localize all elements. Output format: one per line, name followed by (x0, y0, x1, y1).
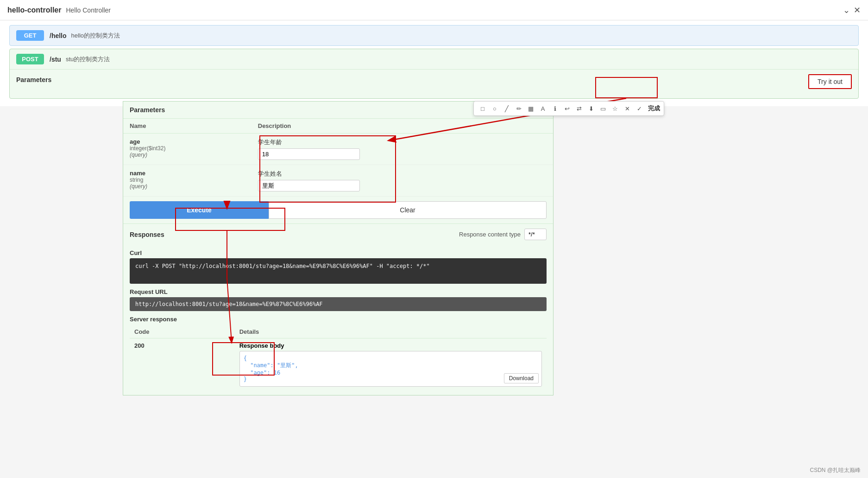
line-tool-icon[interactable]: ╱ (502, 103, 512, 114)
csdn-watermark: CSDN @扎哇太巅峰 (810, 466, 861, 474)
server-response-table: Code Details 200 Response body { "name":… (130, 325, 547, 390)
col-name-header: Name (123, 119, 252, 134)
text-tool-icon[interactable]: A (538, 103, 548, 114)
download-tool-icon[interactable]: ⬇ (586, 103, 596, 114)
curl-value: curl -X POST "http://localhost:8001/stu?… (130, 258, 547, 284)
response-content-type-control: Response content type */* (459, 229, 547, 240)
request-url-label: Request URL (130, 288, 547, 295)
age-desc-label: 学生年龄 (258, 138, 547, 147)
request-url-section: Request URL http://localhost:8001/stu?ag… (130, 288, 547, 311)
name-param-type: string (130, 177, 245, 183)
response-200-row: 200 Response body { "name": "里斯", "age":… (130, 338, 547, 391)
mosaic-tool-icon[interactable]: ▦ (526, 103, 536, 114)
content-type-select[interactable]: */* (524, 229, 547, 240)
post-endpoint-header[interactable]: POST /stu stu的控制类方法 (10, 49, 858, 69)
post-expanded-body: Parameters Try it out (10, 69, 858, 98)
window-bar: hello-controller Hello Controller ⌄ ✕ (0, 0, 868, 20)
responses-section: Responses Response content type */* (123, 223, 553, 249)
get-path: /hello (50, 32, 67, 39)
get-endpoint-row[interactable]: GET /hello hello的控制类方法 (9, 25, 859, 46)
responses-header: Responses Response content type */* (130, 229, 547, 240)
response-body-box: { "name": "里斯", "age": 16 } Download (239, 351, 542, 387)
inner-params-title: Parameters (130, 106, 165, 114)
undo-tool-icon[interactable]: ↩ (562, 103, 572, 114)
window-subtitle: Hello Controller (66, 6, 110, 14)
post-method-badge: POST (16, 54, 44, 64)
server-response-label: Server response (130, 316, 547, 323)
age-param-row: age integer($int32) (query) 学生年龄 (123, 134, 553, 165)
name-input[interactable] (258, 180, 360, 191)
response-200-code: 200 (130, 338, 235, 391)
try-it-out-button[interactable]: Try it out (808, 74, 852, 89)
responses-title: Responses (130, 231, 164, 238)
confirm-tool-icon[interactable]: ✓ (634, 103, 644, 114)
circle-tool-icon[interactable]: ○ (490, 103, 500, 114)
window-controls: ⌄ ✕ (843, 5, 861, 15)
execute-button[interactable]: Execute (130, 201, 269, 219)
parameters-table: Name Description age integer($int32) (qu… (123, 119, 553, 197)
post-description: stu的控制类方法 (66, 55, 110, 64)
response-body-value: { "name": "里斯", "age": 16 } (244, 355, 298, 382)
post-path: /stu (50, 56, 61, 63)
code-col-header: Code (130, 325, 235, 338)
post-endpoint-expanded: POST /stu stu的控制类方法 Parameters Try it ou… (9, 49, 859, 99)
server-response-section: Server response Code Details 200 Respons… (130, 316, 547, 390)
clear-button[interactable]: Clear (269, 201, 547, 219)
download-button[interactable]: Download (504, 373, 539, 383)
done-label[interactable]: 完成 (648, 104, 660, 113)
request-url-value: http://localhost:8001/stu?age=18&name=%E… (130, 297, 547, 311)
rect-tool-icon[interactable]: □ (478, 103, 488, 114)
swagger-ui-top: GET /hello hello的控制类方法 POST /stu stu的控制类… (0, 20, 868, 106)
col-desc-header: Description (252, 119, 553, 134)
chevron-down-button[interactable]: ⌄ (843, 5, 850, 15)
age-param-type: integer($int32) (130, 145, 245, 152)
info-tool-icon[interactable]: ℹ (550, 103, 560, 114)
flip-tool-icon[interactable]: ⇄ (574, 103, 584, 114)
curl-section: Curl curl -X POST "http://localhost:8001… (130, 249, 547, 284)
action-buttons: Execute Clear (130, 201, 547, 219)
response-body-label: Response body (239, 342, 542, 349)
age-input[interactable] (258, 148, 360, 160)
name-desc-label: 学生姓名 (258, 170, 547, 178)
controller-name-title: hello-controller (7, 6, 61, 14)
cancel-tool-icon[interactable]: ✕ (622, 103, 632, 114)
close-button[interactable]: ✕ (854, 5, 861, 15)
name-param-location: (query) (130, 183, 245, 190)
pen-tool-icon[interactable]: ✏ (514, 103, 524, 114)
details-col-header: Details (235, 325, 547, 338)
name-param-name: name (130, 170, 245, 177)
annotation-toolbar: □ ○ ╱ ✏ ▦ A ℹ ↩ ⇄ ⬇ ▭ ☆ ✕ ✓ 完成 (473, 101, 664, 116)
get-description: hello的控制类方法 (71, 32, 120, 40)
params-try-row: Parameters Try it out (10, 70, 858, 94)
age-param-name: age (130, 138, 245, 145)
params-heading: Parameters (16, 76, 51, 83)
get-method-badge: GET (16, 30, 44, 41)
name-param-row: name string (query) 学生姓名 (123, 165, 553, 197)
crop-tool-icon[interactable]: ▭ (598, 103, 608, 114)
window-title: hello-controller Hello Controller (7, 6, 111, 14)
content-type-label: Response content type (459, 231, 521, 238)
star-tool-icon[interactable]: ☆ (610, 103, 620, 114)
age-param-location: (query) (130, 152, 245, 158)
curl-label: Curl (130, 249, 547, 256)
inner-parameters-panel: Parameters Name Description age integer(… (123, 101, 554, 395)
